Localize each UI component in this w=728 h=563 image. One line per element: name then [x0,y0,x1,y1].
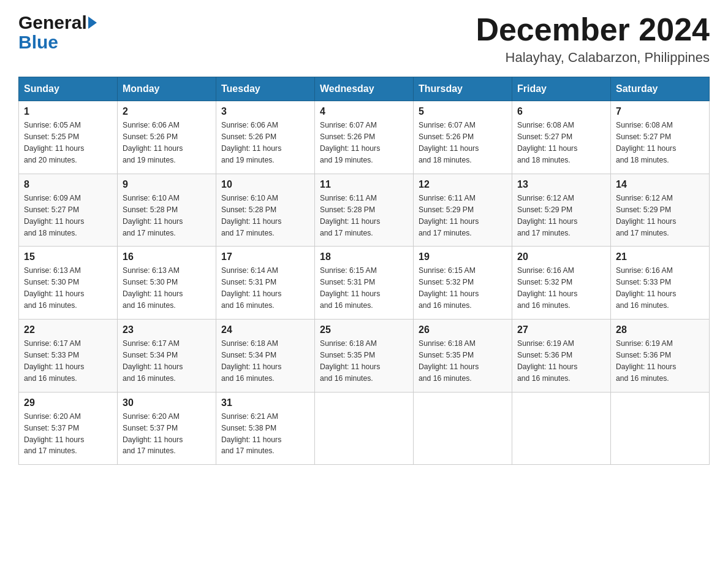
day-number: 7 [616,106,704,117]
day-info: Sunrise: 6:20 AMSunset: 5:37 PMDaylight:… [123,411,211,458]
day-info: Sunrise: 6:15 AMSunset: 5:31 PMDaylight:… [320,265,408,312]
calendar-cell: 28Sunrise: 6:19 AMSunset: 5:36 PMDayligh… [611,320,710,393]
day-number: 9 [123,179,211,190]
day-info: Sunrise: 6:06 AMSunset: 5:26 PMDaylight:… [221,120,309,166]
day-number: 8 [24,179,112,190]
day-number: 13 [517,179,605,190]
day-number: 5 [419,106,507,117]
calendar-week-row: 1Sunrise: 6:05 AMSunset: 5:25 PMDaylight… [19,101,710,174]
column-header-tuesday: Tuesday [216,77,315,101]
day-number: 3 [221,106,309,117]
day-info: Sunrise: 6:18 AMSunset: 5:34 PMDaylight:… [221,338,309,385]
day-number: 6 [517,106,605,117]
calendar-cell: 30Sunrise: 6:20 AMSunset: 5:37 PMDayligh… [118,392,216,465]
calendar-cell: 24Sunrise: 6:18 AMSunset: 5:34 PMDayligh… [216,320,315,393]
day-number: 11 [320,179,408,190]
column-header-saturday: Saturday [611,77,710,101]
column-header-friday: Friday [512,77,611,101]
day-number: 24 [221,324,309,335]
day-number: 20 [517,251,605,262]
day-number: 4 [320,106,408,117]
column-header-sunday: Sunday [19,77,118,101]
day-number: 18 [320,251,408,262]
day-info: Sunrise: 6:17 AMSunset: 5:33 PMDaylight:… [24,338,112,385]
calendar-week-row: 8Sunrise: 6:09 AMSunset: 5:27 PMDaylight… [19,174,710,247]
calendar-cell: 31Sunrise: 6:21 AMSunset: 5:38 PMDayligh… [216,392,315,465]
calendar-cell: 29Sunrise: 6:20 AMSunset: 5:37 PMDayligh… [19,392,118,465]
day-info: Sunrise: 6:15 AMSunset: 5:32 PMDaylight:… [419,265,507,312]
day-info: Sunrise: 6:18 AMSunset: 5:35 PMDaylight:… [419,338,507,385]
day-number: 31 [221,397,309,408]
calendar-title: December 2024 [476,12,710,47]
calendar-cell: 18Sunrise: 6:15 AMSunset: 5:31 PMDayligh… [315,247,414,320]
calendar-cell: 25Sunrise: 6:18 AMSunset: 5:35 PMDayligh… [315,320,414,393]
calendar-location: Halayhay, Calabarzon, Philippines [476,50,710,66]
calendar-cell: 2Sunrise: 6:06 AMSunset: 5:26 PMDaylight… [118,101,216,174]
calendar-cell: 5Sunrise: 6:07 AMSunset: 5:26 PMDaylight… [414,101,512,174]
day-info: Sunrise: 6:10 AMSunset: 5:28 PMDaylight:… [123,193,211,239]
day-info: Sunrise: 6:08 AMSunset: 5:27 PMDaylight:… [517,120,605,166]
day-info: Sunrise: 6:16 AMSunset: 5:32 PMDaylight:… [517,265,605,312]
calendar-cell [512,392,611,465]
calendar-cell [611,392,710,465]
logo-general-text: General [18,12,87,33]
day-number: 30 [123,397,211,408]
day-info: Sunrise: 6:09 AMSunset: 5:27 PMDaylight:… [24,193,112,239]
calendar-cell: 26Sunrise: 6:18 AMSunset: 5:35 PMDayligh… [414,320,512,393]
day-info: Sunrise: 6:19 AMSunset: 5:36 PMDaylight:… [517,338,605,385]
calendar-cell: 22Sunrise: 6:17 AMSunset: 5:33 PMDayligh… [19,320,118,393]
calendar-cell: 13Sunrise: 6:12 AMSunset: 5:29 PMDayligh… [512,174,611,247]
day-number: 28 [616,324,704,335]
day-info: Sunrise: 6:11 AMSunset: 5:28 PMDaylight:… [320,193,408,239]
title-block: December 2024 Halayhay, Calabarzon, Phil… [476,12,710,66]
day-info: Sunrise: 6:20 AMSunset: 5:37 PMDaylight:… [24,411,112,458]
calendar-cell: 27Sunrise: 6:19 AMSunset: 5:36 PMDayligh… [512,320,611,393]
day-info: Sunrise: 6:13 AMSunset: 5:30 PMDaylight:… [123,265,211,312]
calendar-cell: 23Sunrise: 6:17 AMSunset: 5:34 PMDayligh… [118,320,216,393]
logo-arrow-icon [88,17,97,29]
day-info: Sunrise: 6:07 AMSunset: 5:26 PMDaylight:… [320,120,408,166]
day-info: Sunrise: 6:08 AMSunset: 5:27 PMDaylight:… [616,120,704,166]
column-header-wednesday: Wednesday [315,77,414,101]
day-number: 17 [221,251,309,262]
calendar-cell: 17Sunrise: 6:14 AMSunset: 5:31 PMDayligh… [216,247,315,320]
calendar-cell: 12Sunrise: 6:11 AMSunset: 5:29 PMDayligh… [414,174,512,247]
day-info: Sunrise: 6:07 AMSunset: 5:26 PMDaylight:… [419,120,507,166]
day-info: Sunrise: 6:18 AMSunset: 5:35 PMDaylight:… [320,338,408,385]
day-info: Sunrise: 6:17 AMSunset: 5:34 PMDaylight:… [123,338,211,385]
logo: General Blue [18,12,97,53]
calendar-header-row: SundayMondayTuesdayWednesdayThursdayFrid… [19,77,710,101]
day-number: 29 [24,397,112,408]
calendar-cell: 10Sunrise: 6:10 AMSunset: 5:28 PMDayligh… [216,174,315,247]
day-number: 1 [24,106,112,117]
calendar-cell: 16Sunrise: 6:13 AMSunset: 5:30 PMDayligh… [118,247,216,320]
calendar-table: SundayMondayTuesdayWednesdayThursdayFrid… [18,77,710,465]
calendar-cell: 7Sunrise: 6:08 AMSunset: 5:27 PMDaylight… [611,101,710,174]
day-info: Sunrise: 6:13 AMSunset: 5:30 PMDaylight:… [24,265,112,312]
day-number: 2 [123,106,211,117]
calendar-cell: 15Sunrise: 6:13 AMSunset: 5:30 PMDayligh… [19,247,118,320]
column-header-thursday: Thursday [414,77,512,101]
calendar-cell: 3Sunrise: 6:06 AMSunset: 5:26 PMDaylight… [216,101,315,174]
day-number: 22 [24,324,112,335]
calendar-cell [414,392,512,465]
day-info: Sunrise: 6:12 AMSunset: 5:29 PMDaylight:… [517,193,605,239]
calendar-cell: 8Sunrise: 6:09 AMSunset: 5:27 PMDaylight… [19,174,118,247]
day-number: 26 [419,324,507,335]
column-header-monday: Monday [118,77,216,101]
calendar-cell [315,392,414,465]
day-number: 19 [419,251,507,262]
day-info: Sunrise: 6:10 AMSunset: 5:28 PMDaylight:… [221,193,309,239]
calendar-cell: 1Sunrise: 6:05 AMSunset: 5:25 PMDaylight… [19,101,118,174]
calendar-week-row: 22Sunrise: 6:17 AMSunset: 5:33 PMDayligh… [19,320,710,393]
calendar-cell: 14Sunrise: 6:12 AMSunset: 5:29 PMDayligh… [611,174,710,247]
calendar-cell: 20Sunrise: 6:16 AMSunset: 5:32 PMDayligh… [512,247,611,320]
page-header: General Blue December 2024 Halayhay, Cal… [18,12,710,66]
day-info: Sunrise: 6:06 AMSunset: 5:26 PMDaylight:… [123,120,211,166]
day-number: 21 [616,251,704,262]
logo-blue-text: Blue [18,32,58,53]
calendar-week-row: 15Sunrise: 6:13 AMSunset: 5:30 PMDayligh… [19,247,710,320]
calendar-cell: 11Sunrise: 6:11 AMSunset: 5:28 PMDayligh… [315,174,414,247]
day-info: Sunrise: 6:19 AMSunset: 5:36 PMDaylight:… [616,338,704,385]
day-number: 27 [517,324,605,335]
